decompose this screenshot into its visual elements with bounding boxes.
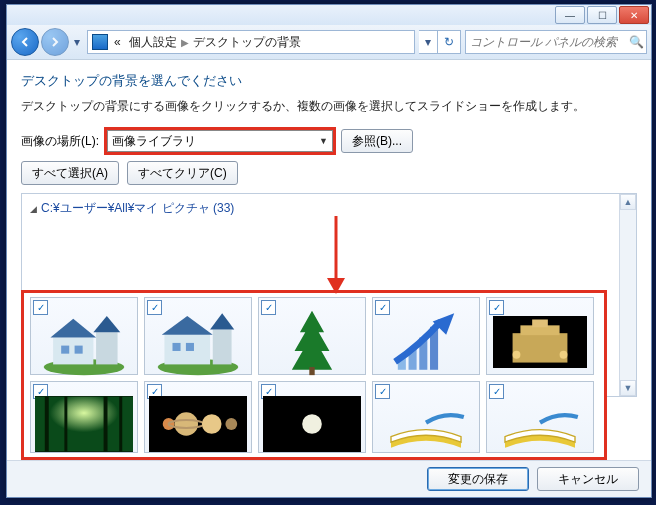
house-icon [151, 308, 245, 375]
control-panel-icon [92, 34, 108, 50]
svg-point-37 [202, 414, 222, 434]
svg-rect-30 [64, 397, 67, 452]
window-frame: — ☐ ✕ ▾ « 個人設定 ▶ デスクトップの背景 ▾ ↻ 🔍 [6, 4, 652, 498]
thumbnail-item[interactable]: ✓ [372, 381, 480, 453]
nav-arrows: ▾ [11, 28, 83, 56]
selection-buttons: すべて選択(A) すべてクリア(C) [21, 161, 637, 185]
svg-point-40 [302, 414, 322, 434]
svg-rect-1 [53, 338, 93, 365]
thumbnail-item[interactable]: ✓ [258, 297, 366, 375]
svg-rect-6 [75, 346, 83, 354]
house-icon [37, 308, 131, 375]
forward-button[interactable] [41, 28, 69, 56]
svg-rect-28 [35, 397, 133, 452]
breadcrumb-item[interactable]: 個人設定 [129, 34, 177, 51]
thumbnail-image [379, 316, 473, 368]
chevron-down-icon: ▼ [319, 136, 328, 146]
svg-rect-31 [104, 397, 108, 452]
svg-rect-29 [45, 397, 49, 452]
cancel-button[interactable]: キャンセル [537, 467, 639, 491]
forest-photo-icon [35, 396, 133, 452]
book-icon [377, 389, 475, 459]
back-button[interactable] [11, 28, 39, 56]
thumbnail-item[interactable]: ✓ [144, 381, 252, 453]
close-button[interactable]: ✕ [619, 6, 649, 24]
refresh-button[interactable]: ↻ [438, 30, 461, 54]
maximize-button[interactable]: ☐ [587, 6, 617, 24]
thumbnail-item[interactable]: ✓ [258, 381, 366, 453]
address-bar[interactable]: « 個人設定 ▶ デスクトップの背景 [87, 30, 415, 54]
svg-point-25 [513, 351, 521, 359]
thumbnail-item[interactable]: ✓ [30, 381, 138, 453]
svg-rect-12 [172, 343, 180, 351]
svg-rect-24 [532, 319, 548, 327]
thumbnail-grid-highlight: ✓ ✓ [21, 290, 607, 460]
moon-photo-icon [263, 396, 361, 452]
svg-point-38 [225, 418, 237, 430]
group-path: C:¥ユーザー¥All¥マイ ピクチャ (33) [41, 200, 234, 217]
thumbnail-image [491, 396, 589, 452]
thumbnail-image [37, 316, 131, 368]
vertical-scrollbar[interactable]: ▲ ▼ [619, 194, 636, 396]
clear-all-button[interactable]: すべてクリア(C) [127, 161, 238, 185]
svg-rect-13 [186, 343, 194, 351]
location-row: 画像の場所(L): 画像ライブラリ ▼ 参照(B)... [21, 129, 637, 153]
search-box[interactable]: 🔍 [465, 30, 647, 54]
footer-bar: 変更の保存 キャンセル [7, 460, 651, 497]
thumbnail-image [35, 396, 133, 452]
page-description: デスクトップの背景にする画像をクリックするか、複数の画像を選択してスライドショー… [21, 98, 637, 115]
location-combobox[interactable]: 画像ライブラリ ▼ [107, 130, 333, 152]
thumbnail-image [151, 316, 245, 368]
arrow-right-icon [49, 36, 61, 48]
palace-photo-icon [493, 316, 587, 368]
svg-marker-4 [93, 316, 120, 332]
location-label: 画像の場所(L): [21, 133, 99, 150]
thumbnail-checkbox[interactable]: ✓ [489, 300, 504, 315]
svg-rect-15 [309, 368, 314, 376]
group-header[interactable]: ◢ C:¥ユーザー¥All¥マイ ピクチャ (33) [30, 200, 613, 217]
arrow-left-icon [19, 36, 31, 48]
svg-rect-22 [513, 333, 568, 362]
scroll-up-button[interactable]: ▲ [620, 194, 636, 210]
thumbnail-image [265, 316, 359, 368]
planets-photo-icon [149, 396, 247, 452]
thumbnail-item[interactable]: ✓ [486, 381, 594, 453]
thumbnail-image [149, 396, 247, 452]
thumbnail-item[interactable]: ✓ [144, 297, 252, 375]
svg-point-26 [560, 351, 568, 359]
address-dropdown[interactable]: ▾ [419, 30, 438, 54]
collapse-icon[interactable]: ◢ [30, 204, 37, 214]
svg-marker-14 [292, 311, 332, 370]
svg-marker-11 [210, 314, 234, 330]
minimize-button[interactable]: — [555, 6, 585, 24]
thumbnail-item[interactable]: ✓ [486, 297, 594, 375]
scroll-down-button[interactable]: ▼ [620, 380, 636, 396]
svg-marker-2 [50, 319, 96, 338]
tree-icon [265, 308, 359, 375]
breadcrumb-item[interactable]: デスクトップの背景 [193, 34, 301, 51]
svg-rect-3 [96, 333, 117, 365]
svg-rect-32 [119, 397, 122, 452]
location-value: 画像ライブラリ [112, 133, 196, 150]
search-icon[interactable]: 🔍 [626, 35, 646, 49]
svg-rect-10 [213, 330, 232, 365]
search-input[interactable] [466, 35, 626, 49]
content-area: デスクトップの背景を選んでください デスクトップの背景にする画像をクリックするか… [7, 60, 651, 460]
thumbnail-image [263, 396, 361, 452]
nav-bar: ▾ « 個人設定 ▶ デスクトップの背景 ▾ ↻ 🔍 [7, 25, 651, 60]
nav-history-dropdown[interactable]: ▾ [71, 32, 83, 52]
svg-point-35 [174, 412, 198, 436]
thumbnail-image [493, 316, 587, 368]
save-changes-button[interactable]: 変更の保存 [427, 467, 529, 491]
chevron-right-icon: ▶ [181, 37, 189, 48]
thumbnail-item[interactable]: ✓ [30, 297, 138, 375]
titlebar: — ☐ ✕ [7, 5, 651, 25]
breadcrumb-prefix: « [114, 35, 121, 49]
svg-rect-5 [61, 346, 69, 354]
thumbnail-item[interactable]: ✓ [372, 297, 480, 375]
arrow-chart-icon [379, 308, 473, 375]
book-icon [491, 389, 589, 459]
svg-marker-9 [162, 316, 213, 335]
select-all-button[interactable]: すべて選択(A) [21, 161, 119, 185]
browse-button[interactable]: 参照(B)... [341, 129, 413, 153]
